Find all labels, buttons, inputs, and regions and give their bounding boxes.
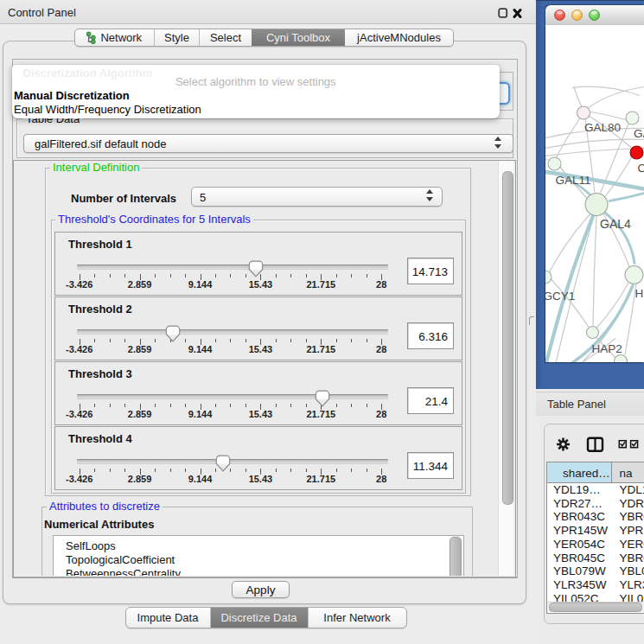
svg-text:GAL4: GAL4 <box>600 217 631 231</box>
svg-text:GAL80: GAL80 <box>584 121 621 134</box>
svg-text:C: C <box>638 161 644 174</box>
svg-text:GA: GA <box>634 126 644 139</box>
svg-text:GCY1: GCY1 <box>545 290 575 303</box>
svg-text:H: H <box>635 286 644 299</box>
svg-text:GAL11: GAL11 <box>556 174 591 187</box>
svg-text:HAP2: HAP2 <box>592 342 622 355</box>
